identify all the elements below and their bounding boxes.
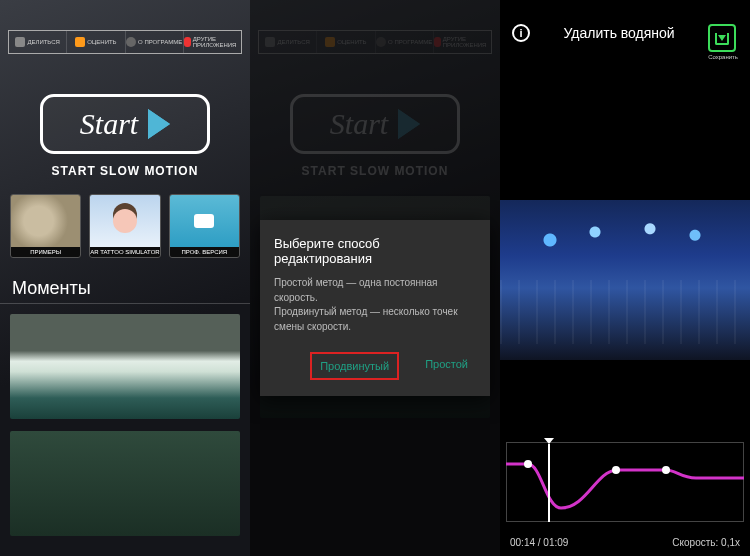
about-label: О ПРОГРАММЕ xyxy=(138,39,182,45)
playhead[interactable] xyxy=(548,444,550,522)
dialog-body: Простой метод — одна постоянная скорость… xyxy=(274,276,476,334)
start-section: Start START SLOW MOTION xyxy=(40,94,210,178)
svg-point-1 xyxy=(612,466,620,474)
tile-pro-label: ПРОФ. ВЕРСИЯ xyxy=(170,247,239,257)
tile-examples-label: ПРИМЕРЫ xyxy=(11,247,80,257)
start-label: Start xyxy=(80,107,138,141)
video-preview[interactable] xyxy=(500,200,750,360)
rate-button[interactable]: ОЦЕНИТЬ xyxy=(67,31,125,53)
editor-header: i Удалить водяной Сохранить xyxy=(500,0,750,60)
tile-tattoo-label: AR TATTOO SIMULATOR xyxy=(90,247,159,257)
svg-point-2 xyxy=(662,466,670,474)
advanced-button[interactable]: Продвинутый xyxy=(310,352,399,380)
tile-pro[interactable]: ПРОФ. ВЕРСИЯ xyxy=(169,194,240,258)
tile-tattoo-image xyxy=(90,195,159,247)
moment-thumb[interactable] xyxy=(10,431,240,536)
svg-point-0 xyxy=(524,460,532,468)
moreapps-button[interactable]: ДРУГИЕ ПРИЛОЖЕНИЯ xyxy=(184,31,241,53)
share-button[interactable]: ДЕЛИТЬСЯ xyxy=(9,31,67,53)
remove-watermark-button[interactable]: Удалить водяной xyxy=(563,24,674,42)
start-caption: START SLOW MOTION xyxy=(40,164,210,178)
speed-display: Скорость: 0,1x xyxy=(672,537,740,548)
tile-examples[interactable]: ПРИМЕРЫ xyxy=(10,194,81,258)
speed-graph: 00:14 / 01:09 Скорость: 0,1x xyxy=(500,436,750,556)
moreapps-label: ДРУГИЕ ПРИЛОЖЕНИЯ xyxy=(193,36,241,48)
dialog-line: Простой метод — одна постоянная скорость… xyxy=(274,276,476,305)
start-button[interactable]: Start xyxy=(40,94,210,154)
screen-editor: i Удалить водяной Сохранить 00:14 / 01:0… xyxy=(500,0,750,556)
tile-examples-image xyxy=(11,195,80,247)
simple-button[interactable]: Простой xyxy=(417,352,476,380)
save-wrapper: Сохранить xyxy=(708,24,738,60)
dialog-line: Продвинутый метод — несколько точек смен… xyxy=(274,305,476,334)
tile-tattoo[interactable]: AR TATTOO SIMULATOR xyxy=(89,194,160,258)
play-icon xyxy=(148,109,170,139)
save-button[interactable] xyxy=(708,24,736,52)
info-button[interactable]: i xyxy=(512,24,530,42)
screen-home: ДЕЛИТЬСЯ ОЦЕНИТЬ О ПРОГРАММЕ ДРУГИЕ ПРИЛ… xyxy=(0,0,250,556)
share-icon xyxy=(15,37,25,47)
tile-pro-image xyxy=(170,195,239,247)
info-icon xyxy=(126,37,136,47)
app-tiles: ПРИМЕРЫ AR TATTOO SIMULATOR ПРОФ. ВЕРСИЯ xyxy=(10,194,240,258)
moments-heading: Моменты xyxy=(12,278,238,299)
dialog-title: Выберите способ редактирования xyxy=(274,236,476,266)
graph-footer: 00:14 / 01:09 Скорость: 0,1x xyxy=(510,537,740,548)
moment-thumb[interactable] xyxy=(10,314,240,419)
share-label: ДЕЛИТЬСЯ xyxy=(27,39,59,45)
moments-list xyxy=(0,314,250,536)
moments-divider xyxy=(0,303,250,304)
top-toolbar: ДЕЛИТЬСЯ ОЦЕНИТЬ О ПРОГРАММЕ ДРУГИЕ ПРИЛ… xyxy=(8,30,242,54)
rate-label: ОЦЕНИТЬ xyxy=(87,39,116,45)
time-display: 00:14 / 01:09 xyxy=(510,537,568,548)
star-icon xyxy=(75,37,85,47)
about-button[interactable]: О ПРОГРАММЕ xyxy=(126,31,184,53)
heart-icon xyxy=(184,37,191,47)
save-label: Сохранить xyxy=(708,54,738,60)
screen-home-dialog: ДЕЛИТЬСЯ ОЦЕНИТЬ О ПРОГРАММЕ ДРУГИЕ ПРИЛ… xyxy=(250,0,500,556)
speed-curve[interactable] xyxy=(506,442,744,522)
dialog-actions: Продвинутый Простой xyxy=(274,352,476,380)
edit-mode-dialog: Выберите способ редактирования Простой м… xyxy=(260,220,490,396)
